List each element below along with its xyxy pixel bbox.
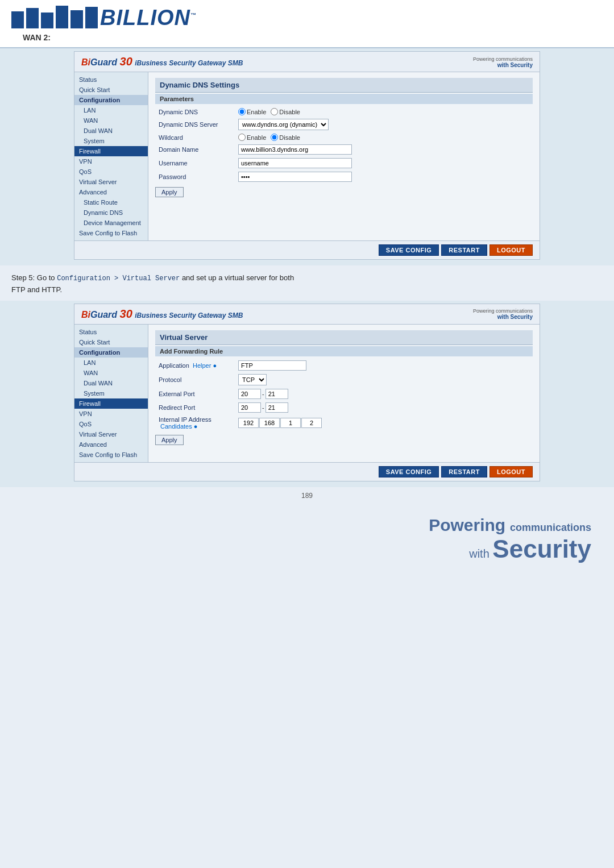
form-row-username: Username bbox=[155, 156, 533, 170]
logo-bar-4 bbox=[56, 6, 68, 28]
field-value-external-port: - bbox=[235, 387, 533, 401]
form-row-external-port: External Port - bbox=[155, 387, 533, 401]
restart-button-2[interactable]: RESTART bbox=[441, 466, 487, 477]
dns-server-select[interactable]: www.dyndns.org (dynamic) bbox=[238, 119, 329, 130]
sidebar-item-firewall-2[interactable]: Firewall bbox=[74, 398, 148, 409]
field-value-dynamic-dns: Enable Disable bbox=[235, 106, 533, 117]
logo-bar-3 bbox=[41, 13, 53, 28]
router-frame-2: BiGuard 30 iBusiness Security Gateway SM… bbox=[74, 304, 540, 481]
sidebar-item-wan-2[interactable]: WAN bbox=[74, 368, 148, 378]
ip-octet-2[interactable] bbox=[259, 418, 280, 428]
sidebar-item-vpn-2[interactable]: VPN bbox=[74, 409, 148, 419]
section-1: BiGuard 30 iBusiness Security Gateway SM… bbox=[0, 48, 614, 265]
sidebar-item-quickstart-2[interactable]: Quick Start bbox=[74, 337, 148, 347]
step-text-area: Step 5: Go to Configuration > Virtual Se… bbox=[0, 265, 614, 301]
ip-octet-4[interactable] bbox=[301, 418, 322, 428]
save-config-button-1[interactable]: SAVE CONFIG bbox=[379, 244, 439, 256]
ip-octet-3[interactable] bbox=[280, 418, 301, 428]
sidebar-item-firewall-1[interactable]: Firewall bbox=[74, 146, 148, 156]
save-config-button-2[interactable]: SAVE CONFIG bbox=[379, 466, 439, 477]
sidebar-item-vpn-1[interactable]: VPN bbox=[74, 156, 148, 167]
powering-badge-2: Powering communications with Security bbox=[473, 308, 533, 320]
logout-button-1[interactable]: LOGOUT bbox=[489, 244, 533, 256]
sidebar-item-qos-2[interactable]: QoS bbox=[74, 419, 148, 429]
redirect-port-to-input[interactable] bbox=[265, 402, 288, 413]
page-number: 189 bbox=[0, 487, 614, 504]
sidebar-item-dynamicdns-1[interactable]: Dynamic DNS bbox=[74, 207, 148, 218]
field-label-dns-server: Dynamic DNS Server bbox=[155, 117, 235, 132]
dynamic-dns-disable-radio[interactable] bbox=[271, 108, 278, 115]
branding-security-line: with Security bbox=[0, 535, 591, 563]
sidebar-item-virtualserver-2[interactable]: Virtual Server bbox=[74, 429, 148, 439]
wildcard-enable-radio[interactable] bbox=[238, 134, 246, 141]
sidebar-item-devicemgmt-1[interactable]: Device Management bbox=[74, 218, 148, 228]
domain-name-input[interactable] bbox=[238, 144, 352, 155]
sidebar-item-status-2[interactable]: Status bbox=[74, 327, 148, 337]
external-port-to-input[interactable] bbox=[265, 389, 288, 399]
wildcard-disable-radio[interactable] bbox=[271, 134, 278, 141]
redirect-port-range: - bbox=[238, 402, 529, 413]
sidebar-item-quickstart-1[interactable]: Quick Start bbox=[74, 85, 148, 95]
branding-powering-text: Powering communications bbox=[429, 517, 591, 534]
biguard-subtitle-2: iBusiness Security Gateway SMB bbox=[135, 312, 243, 319]
sidebar-item-system-2[interactable]: System bbox=[74, 388, 148, 398]
sidebar-item-lan-1[interactable]: LAN bbox=[74, 105, 148, 115]
redirect-port-from-input[interactable] bbox=[238, 402, 261, 413]
sidebar-item-dualwan-2[interactable]: Dual WAN bbox=[74, 378, 148, 388]
powering-word: Powering bbox=[429, 516, 505, 534]
top-logo-area: BILLION™ WAN 2: bbox=[0, 0, 614, 48]
biguard-subtitle-1: iBusiness Security Gateway SMB bbox=[135, 59, 243, 67]
sidebar-item-dualwan-1[interactable]: Dual WAN bbox=[74, 126, 148, 136]
sidebar-item-virtualserver-1[interactable]: Virtual Server bbox=[74, 177, 148, 187]
sidebar-item-advanced-2[interactable]: Advanced bbox=[74, 439, 148, 450]
field-value-application bbox=[235, 359, 533, 372]
powering-badge-1: Powering communications with Security bbox=[473, 56, 533, 68]
field-label-protocol: Protocol bbox=[155, 372, 235, 387]
apply-button-1[interactable]: Apply bbox=[155, 187, 184, 197]
external-port-from-input[interactable] bbox=[238, 389, 261, 399]
field-label-wildcard: Wildcard bbox=[155, 132, 235, 143]
wildcard-disable-label[interactable]: Disable bbox=[271, 134, 300, 141]
enable-radio-label[interactable]: Enable bbox=[238, 108, 266, 115]
panel-subtitle-1: Parameters bbox=[155, 94, 533, 104]
ip-address-fields bbox=[238, 418, 529, 428]
billion-logo-text: BILLION™ bbox=[100, 7, 197, 28]
disable-radio-label[interactable]: Disable bbox=[271, 108, 300, 115]
form-row-password: Password bbox=[155, 170, 533, 184]
sidebar-item-saveconfig-1[interactable]: Save Config to Flash bbox=[74, 228, 148, 238]
logo-bar-5 bbox=[70, 10, 83, 28]
sidebar-item-qos-1[interactable]: QoS bbox=[74, 167, 148, 177]
sidebar-item-status-1[interactable]: Status bbox=[74, 74, 148, 85]
application-input[interactable] bbox=[238, 360, 306, 371]
router-frame-1: BiGuard 30 iBusiness Security Gateway SM… bbox=[74, 51, 540, 260]
sidebar-item-configuration-1[interactable]: Configuration bbox=[74, 95, 148, 105]
sidebar-item-saveconfig-2[interactable]: Save Config to Flash bbox=[74, 450, 148, 460]
username-input[interactable] bbox=[238, 158, 352, 168]
candidates-link[interactable]: Candidates ● bbox=[160, 423, 197, 430]
sidebar-item-configuration-2[interactable]: Configuration bbox=[74, 347, 148, 358]
logout-button-2[interactable]: LOGOUT bbox=[489, 466, 533, 477]
disable-label: Disable bbox=[279, 109, 300, 115]
sidebar-item-wan-1[interactable]: WAN bbox=[74, 115, 148, 126]
form-row-wildcard: Wildcard Enable Disable bbox=[155, 132, 533, 143]
ip-octet-1[interactable] bbox=[238, 418, 259, 428]
sidebar-item-lan-2[interactable]: LAN bbox=[74, 358, 148, 368]
protocol-select[interactable]: TCP UDP Both bbox=[238, 374, 267, 385]
wildcard-enable-label[interactable]: Enable bbox=[238, 134, 266, 141]
field-label-internal-ip: Internal IP Address Candidates ● bbox=[155, 414, 235, 431]
communications-word: communications bbox=[510, 522, 591, 533]
router-body-2: Status Quick Start Configuration LAN WAN… bbox=[74, 325, 540, 462]
wildcard-disable-text: Disable bbox=[279, 134, 300, 141]
dynamic-dns-enable-radio[interactable] bbox=[238, 108, 246, 115]
restart-button-1[interactable]: RESTART bbox=[441, 244, 487, 256]
dns-settings-form: Dynamic DNS Enable Disable bbox=[155, 106, 533, 184]
sidebar-item-system-1[interactable]: System bbox=[74, 136, 148, 146]
helper-link[interactable]: Helper ● bbox=[193, 362, 217, 369]
field-value-dns-server: www.dyndns.org (dynamic) bbox=[235, 117, 533, 132]
sidebar-item-advanced-1[interactable]: Advanced bbox=[74, 187, 148, 197]
password-input[interactable] bbox=[238, 172, 352, 182]
wan-label: WAN 2: bbox=[23, 31, 603, 44]
field-value-redirect-port: - bbox=[235, 401, 533, 414]
apply-button-2[interactable]: Apply bbox=[155, 435, 184, 445]
sidebar-item-staticroute-1[interactable]: Static Route bbox=[74, 197, 148, 207]
